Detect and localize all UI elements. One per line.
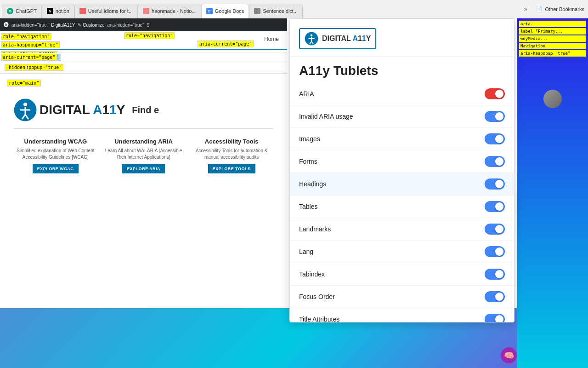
card-wcag-title: Understanding WCAG bbox=[14, 138, 97, 145]
far-right-tags: aria- label="Primary... wdyMedia... Navi… bbox=[517, 18, 588, 60]
popup-item-landmarks: Landmarks bbox=[290, 218, 514, 241]
tab-chatgpt[interactable]: G ChatGPT bbox=[2, 4, 42, 18]
popup-panel: DIGITAL A11Y A11y Tublets ARIA Invalid A… bbox=[289, 18, 514, 322]
hero-logo-text: DIGITAL A11Y bbox=[40, 103, 125, 117]
far-right-panel: aria- label="Primary... wdyMedia... Navi… bbox=[517, 18, 588, 368]
wp-admin-customize[interactable]: ✎ Customize bbox=[78, 23, 104, 28]
popup-label-tabindex: Tabindex bbox=[299, 270, 325, 278]
tab-chatgpt-label: ChatGPT bbox=[16, 8, 37, 14]
hero-divider bbox=[14, 128, 273, 129]
toggle-focus-order[interactable] bbox=[485, 291, 505, 302]
popup-item-forms: Forms bbox=[290, 150, 514, 173]
wp-admin-count: 9 bbox=[147, 23, 150, 28]
explore-tools-button[interactable]: EXPLORE TOOLS bbox=[208, 164, 255, 173]
popup-label-images: Images bbox=[299, 135, 320, 143]
popup-item-focus-order: Focus Order bbox=[290, 286, 514, 308]
toggle-aria[interactable] bbox=[485, 88, 505, 99]
toggle-invalid-aria[interactable] bbox=[485, 111, 505, 122]
page-area: 🅦 aria-hidden="true" DigitalA11Y ✎ Custo… bbox=[0, 18, 588, 368]
toggle-title-attr[interactable] bbox=[485, 314, 505, 322]
nav-home[interactable]: Home bbox=[264, 36, 279, 42]
bookmarks-label: Other Bookmarks bbox=[545, 6, 584, 12]
tab-googledocs-label: Google Docs bbox=[215, 8, 244, 14]
popup-toggle-list: ARIA Invalid ARIA usage Images bbox=[290, 83, 514, 322]
tab-haonmade-label: haonmade - Notio... bbox=[152, 8, 196, 14]
far-right-tag-3: wdyMedia... bbox=[519, 35, 586, 42]
more-tabs-button[interactable]: » bbox=[519, 2, 532, 17]
tag-aria-current-page2: aria-current="page" bbox=[1, 54, 57, 61]
tab-sentence[interactable]: Sentence dict... bbox=[249, 4, 303, 18]
user-avatar bbox=[543, 90, 562, 108]
tab-idioms-label: Useful idioms for t... bbox=[88, 8, 133, 14]
tag-role-main: role="main" bbox=[7, 80, 41, 86]
toggle-landmarks-slider bbox=[485, 224, 505, 235]
card-tools-desc: Accessibility Tools for automation & man… bbox=[190, 148, 273, 161]
toggle-lang[interactable] bbox=[485, 246, 505, 257]
popup-label-headings: Headings bbox=[299, 180, 326, 188]
toggle-forms-slider bbox=[485, 156, 505, 167]
tag-hidden-nav: hidden bbox=[7, 64, 27, 71]
popup-header: DIGITAL A11Y bbox=[290, 19, 514, 57]
popup-label-title-attr: Title Attributes bbox=[299, 316, 339, 322]
toggle-tables-slider bbox=[485, 201, 505, 212]
card-aria-title: Understanding ARIA bbox=[102, 138, 186, 145]
tag-aria-current: aria-current="page" bbox=[198, 40, 254, 47]
toggle-tabindex-slider bbox=[485, 269, 505, 280]
toggle-aria-slider bbox=[485, 88, 505, 99]
popup-item-tabindex: Tabindex bbox=[290, 263, 514, 286]
brain-icon: 🧠 bbox=[501, 347, 517, 363]
tab-notion-label: notion bbox=[56, 8, 69, 14]
page-hero: DIGITAL A11Y Find e bbox=[7, 89, 280, 124]
popup-logo: DIGITAL A11Y bbox=[299, 28, 376, 49]
svg-point-1 bbox=[23, 103, 27, 106]
toggle-lang-slider bbox=[485, 246, 505, 257]
popup-label-tables: Tables bbox=[299, 203, 317, 210]
popup-item-lang: Lang bbox=[290, 241, 514, 263]
tag-aria-haspopup-2: aria-haspopup="true" bbox=[1, 41, 60, 48]
far-right-tag-2: label="Primary... bbox=[519, 28, 586, 34]
tag-role-navigation-2: role="navigation" bbox=[124, 32, 175, 39]
explore-aria-button[interactable]: EXPLORE ARIA bbox=[122, 164, 165, 173]
card-aria-desc: Learn All about WAI-ARIA [Accessible Ric… bbox=[102, 148, 186, 161]
toggle-tabindex[interactable] bbox=[485, 269, 505, 280]
popup-label-landmarks: Landmarks bbox=[299, 225, 331, 233]
explore-wcag-button[interactable]: EXPLORE WCAG bbox=[33, 164, 79, 173]
toggle-focus-order-slider bbox=[485, 291, 505, 302]
popup-logo-icon bbox=[305, 32, 318, 46]
far-right-tag-4: Navigation bbox=[519, 43, 586, 49]
toggle-forms[interactable] bbox=[485, 156, 505, 167]
popup-item-invalid-aria: Invalid ARIA usage bbox=[290, 105, 514, 128]
wp-admin-aria: aria-hidden="true" bbox=[11, 23, 48, 28]
tab-notion[interactable]: N notion bbox=[42, 4, 74, 18]
tab-haonmade[interactable]: haonmade - Notio... bbox=[138, 4, 201, 18]
site-inline-logo: DIGITAL A11Y bbox=[14, 98, 125, 121]
popup-logo-text: DIGITAL A11Y bbox=[322, 34, 371, 43]
toggle-title-attr-slider bbox=[485, 314, 505, 322]
wp-admin-aria2: aria-hidden="true" bbox=[107, 23, 144, 28]
popup-label-aria: ARIA bbox=[299, 90, 314, 98]
popup-label-forms: Forms bbox=[299, 158, 317, 165]
popup-item-aria: ARIA bbox=[290, 83, 514, 105]
popup-label-focus-order: Focus Order bbox=[299, 293, 335, 300]
popup-item-tables: Tables bbox=[290, 196, 514, 218]
card-tools: Accessibility Tools Accessibility Tools … bbox=[190, 138, 273, 173]
wp-admin-sitename[interactable]: DigitalA11Y bbox=[51, 23, 75, 28]
toggle-tables[interactable] bbox=[485, 201, 505, 212]
tab-idioms[interactable]: Useful idioms for t... bbox=[74, 4, 138, 18]
card-wcag-desc: Simplified explanation of Web Content Ac… bbox=[14, 148, 97, 161]
popup-item-headings: Headings bbox=[290, 173, 514, 196]
logo-icon bbox=[14, 98, 37, 121]
toggle-images[interactable] bbox=[485, 133, 505, 144]
cards-grid: Understanding WCAG Simplified explanatio… bbox=[7, 133, 280, 178]
far-right-tag-1: aria- bbox=[519, 21, 586, 27]
card-aria: Understanding ARIA Learn All about WAI-A… bbox=[102, 138, 186, 173]
toggle-headings[interactable] bbox=[485, 178, 505, 190]
popup-item-images: Images bbox=[290, 128, 514, 150]
svg-point-7 bbox=[311, 34, 313, 36]
tabs-bar: G ChatGPT N notion Useful idioms for t..… bbox=[0, 0, 519, 18]
tab-googledocs[interactable]: D Google Docs bbox=[201, 4, 249, 18]
card-tools-title: Accessibility Tools bbox=[190, 138, 273, 145]
toggle-landmarks[interactable] bbox=[485, 224, 505, 235]
browser-chrome: G ChatGPT N notion Useful idioms for t..… bbox=[0, 0, 588, 18]
bookmarks-button[interactable]: 📄 Other Bookmarks bbox=[532, 6, 588, 12]
